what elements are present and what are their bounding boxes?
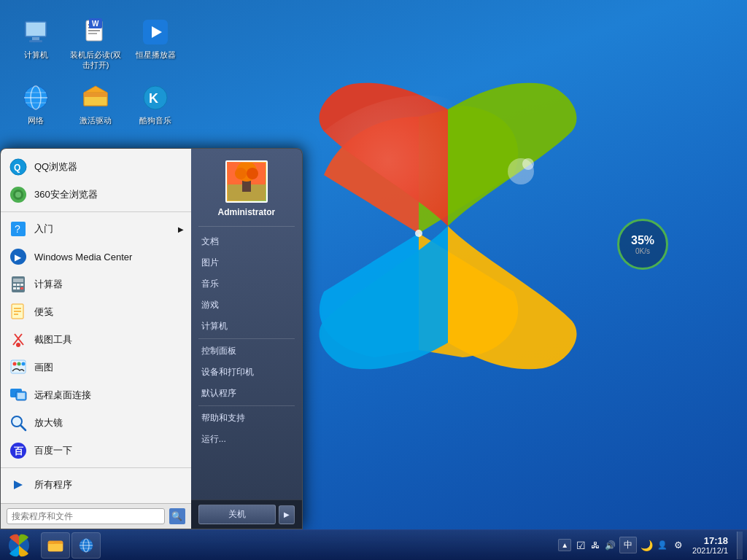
start-item-all-programs[interactable]: 所有程序: [1, 471, 191, 499]
tray-icon-gear[interactable]: ⚙: [672, 539, 685, 552]
search-input[interactable]: [7, 508, 165, 524]
tray-icon-network[interactable]: 🖧: [589, 539, 602, 552]
start-item-paint[interactable]: 画图: [1, 354, 191, 381]
svg-line-57: [21, 426, 26, 430]
start-item-magnifier[interactable]: 放大镜: [1, 409, 191, 437]
search-button[interactable]: 🔍: [169, 508, 185, 524]
wmc-label: Windows Media Center: [34, 252, 132, 262]
getting-started-arrow: ▶: [178, 225, 184, 233]
desktop-icon-mediaplayer[interactable]: 恒星播放器: [127, 15, 184, 63]
right-item-music[interactable]: 音乐: [191, 273, 302, 295]
right-item-control-panel[interactable]: 控制面板: [191, 341, 302, 362]
svg-rect-41: [20, 287, 23, 289]
right-item-documents[interactable]: 文档: [191, 231, 302, 252]
getting-started-icon: ?: [8, 219, 28, 239]
user-avatar[interactable]: [225, 160, 268, 203]
start-item-qq-browser[interactable]: Q QQ浏览器: [1, 153, 191, 181]
right-item-help[interactable]: 帮助和支持: [191, 408, 302, 429]
svg-rect-22: [84, 93, 107, 97]
svg-point-56: [12, 416, 22, 427]
start-divider-1: [1, 211, 191, 212]
svg-rect-4: [26, 23, 45, 36]
desktop-icon-computer[interactable]: 计算机: [7, 15, 64, 63]
network-icon-label: 网络: [28, 115, 44, 125]
tray-icon-checkbox[interactable]: ☑: [574, 539, 587, 552]
start-item-calculator[interactable]: 计算器: [1, 271, 191, 298]
tray-lang[interactable]: 中: [619, 537, 637, 553]
system-tray: ▲ ☑ 🖧 🔊 中 🌙 👤 ⚙ 17:18 2021/12/1: [554, 530, 747, 560]
svg-text:K: K: [149, 91, 158, 106]
shutdown-arrow[interactable]: ▶: [279, 505, 295, 524]
qq-browser-label: QQ浏览器: [34, 160, 77, 174]
svg-rect-39: [13, 287, 16, 289]
taskbar-item-explorer[interactable]: [41, 532, 70, 559]
start-item-snip[interactable]: 截图工具: [1, 326, 191, 354]
right-item-defaults[interactable]: 默认程序: [191, 383, 302, 404]
svg-point-29: [15, 192, 21, 198]
360-icon: [8, 184, 28, 205]
start-item-wmc[interactable]: ▶ Windows Media Center: [1, 243, 191, 271]
tray-icon-volume[interactable]: 🔊: [603, 539, 616, 552]
svg-rect-36: [13, 284, 16, 286]
right-item-computer[interactable]: 计算机: [191, 316, 302, 337]
show-desktop-button[interactable]: [737, 532, 743, 559]
right-item-games[interactable]: 游戏: [191, 295, 302, 316]
widget-percent: 35%: [631, 234, 654, 247]
network-icon-img: [21, 83, 50, 112]
clock-date: 2021/12/1: [692, 546, 728, 555]
tray-icon-moon[interactable]: 🌙: [640, 539, 653, 552]
right-item-pictures[interactable]: 图片: [191, 252, 302, 273]
start-item-getting-started[interactable]: ? 入门 ▶: [1, 215, 191, 243]
desktop-icon-activate[interactable]: 激活驱动: [67, 80, 124, 128]
snip-icon: [8, 330, 28, 350]
right-menu-items: 文档 图片 音乐 游戏 计算机 控制面板 设备和打印机 默认程序 帮助和支持 运…: [191, 228, 302, 499]
start-button[interactable]: [0, 530, 38, 561]
right-item-devices[interactable]: 设备和打印机: [191, 362, 302, 383]
taskbar-item-ie[interactable]: [71, 532, 101, 559]
svg-rect-37: [17, 284, 20, 286]
right-divider-2: [198, 338, 295, 339]
postinstall-icon-label: 装机后必读(双击打开): [70, 50, 121, 71]
start-menu-right: Administrator 文档 图片 音乐 游戏 计算机 控制面板 设备和打印…: [191, 149, 302, 529]
all-programs-label: 所有程序: [34, 478, 72, 491]
start-item-remote[interactable]: 远程桌面连接: [1, 381, 191, 409]
username: Administrator: [218, 207, 276, 217]
magnifier-icon: [8, 413, 28, 433]
start-item-baidu[interactable]: 百 百度一下: [1, 437, 191, 464]
baidu-icon: 百: [8, 440, 28, 461]
desktop-icon-qqmusic[interactable]: K 酷狗音乐: [127, 80, 184, 128]
notepad-label: 便笺: [34, 306, 53, 319]
right-divider-3: [198, 405, 295, 406]
clock[interactable]: 17:18 2021/12/1: [688, 535, 732, 555]
notification-arrow[interactable]: ▲: [558, 539, 571, 551]
svg-text:百: 百: [14, 446, 24, 456]
desktop-icon-network[interactable]: 网络: [7, 80, 64, 128]
notepad-icon: [8, 302, 28, 322]
tray-icons: ☑ 🖧 🔊: [574, 539, 616, 552]
svg-point-51: [18, 362, 21, 366]
tray-icon-user[interactable]: 👤: [656, 539, 669, 552]
svg-text:▶: ▶: [15, 252, 22, 262]
qqmusic-icon-img: K: [141, 83, 170, 112]
all-programs-icon: [8, 475, 28, 495]
qq-browser-icon: Q: [8, 157, 28, 177]
start-item-notepad[interactable]: 便笺: [1, 298, 191, 326]
magnifier-label: 放大镜: [34, 416, 63, 429]
desktop-icon-postinstall[interactable]: W 装机后必读(双击打开): [67, 15, 124, 74]
360-label: 360安全浏览器: [34, 188, 98, 201]
computer-icon-img: [21, 18, 50, 47]
baidu-label: 百度一下: [34, 444, 72, 457]
right-item-run[interactable]: 运行...: [191, 429, 302, 450]
calc-icon: [8, 274, 28, 295]
shutdown-button[interactable]: 关机: [198, 505, 276, 524]
svg-marker-60: [14, 481, 23, 489]
svg-point-48: [16, 343, 20, 347]
start-item-360[interactable]: 360安全浏览器: [1, 181, 191, 209]
svg-text:?: ?: [15, 223, 20, 235]
network-widget: 35% 0K/s: [617, 219, 668, 270]
svg-rect-55: [18, 393, 25, 399]
svg-point-2: [522, 158, 534, 170]
svg-rect-69: [48, 544, 63, 551]
desktop: 35% 0K/s 计算机: [0, 0, 747, 560]
svg-text:Q: Q: [14, 163, 20, 173]
